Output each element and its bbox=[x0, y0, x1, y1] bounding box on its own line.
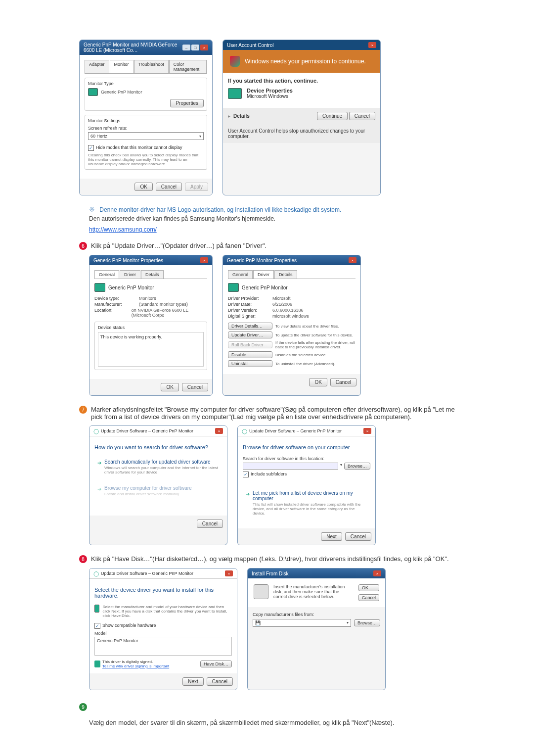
browse-button[interactable]: Browse… bbox=[354, 619, 380, 626]
rollback-button[interactable]: Roll Back Driver bbox=[228, 341, 272, 348]
cancel-button[interactable]: Cancel bbox=[197, 520, 223, 528]
tab-adapter[interactable]: Adapter bbox=[85, 60, 109, 73]
close-icon[interactable]: × bbox=[200, 257, 208, 263]
wizard-heading: Select the device driver you want to ins… bbox=[94, 587, 232, 599]
chevron-down-icon[interactable]: ▸ bbox=[228, 113, 230, 119]
uninstall-button[interactable]: Uninstall bbox=[228, 360, 272, 367]
search-location-input[interactable] bbox=[243, 463, 338, 470]
monitor-settings-label: Monitor Settings bbox=[88, 118, 204, 123]
back-icon[interactable]: ◯ bbox=[93, 428, 99, 434]
browse-computer-option[interactable]: ➔ Browse my computer for driver software… bbox=[94, 482, 222, 499]
devtype-label: Device type: bbox=[94, 296, 139, 301]
cancel-button[interactable]: Cancel bbox=[349, 112, 375, 120]
dialog-title: User Account Control bbox=[227, 43, 274, 48]
model-list[interactable]: Generic PnP Monitor bbox=[94, 637, 232, 656]
close-icon[interactable]: × bbox=[349, 257, 356, 263]
close-icon[interactable]: × bbox=[215, 428, 223, 434]
tell-me-link[interactable]: Tell me why driver signing is important bbox=[102, 664, 169, 668]
copy-from-select[interactable]: 💾 ▾ bbox=[253, 619, 351, 627]
search-automatically-option[interactable]: ➔ Search automatically for updated drive… bbox=[94, 456, 222, 477]
chevron-down-icon: ▾ bbox=[347, 620, 349, 625]
signer-label: Digital Signer: bbox=[228, 314, 272, 319]
refresh-rate-select[interactable]: 60 Hertz ▾ bbox=[88, 132, 204, 140]
note-block: ※ Denne monitor-driver har MS Logo-autor… bbox=[89, 205, 455, 222]
disable-button[interactable]: Disable bbox=[228, 351, 272, 358]
cancel-button[interactable]: Cancel bbox=[182, 383, 208, 391]
hide-modes-checkbox[interactable]: ✓ bbox=[88, 145, 94, 151]
shield-icon bbox=[94, 661, 100, 667]
update-driver-button[interactable]: Update Driver… bbox=[228, 331, 272, 338]
dialog-title: Update Driver Software – Generic PnP Mon… bbox=[101, 571, 193, 576]
browse-button[interactable]: Browse… bbox=[344, 463, 370, 470]
close-icon[interactable]: × bbox=[200, 45, 208, 50]
minimize-icon[interactable]: – bbox=[182, 45, 190, 50]
apply-button[interactable]: Apply bbox=[185, 183, 208, 191]
step-bullet-6: 6 bbox=[79, 242, 87, 250]
tab-general[interactable]: General bbox=[94, 270, 119, 279]
let-me-pick-option[interactable]: ➔ Let me pick from a list of device driv… bbox=[243, 487, 370, 519]
wizard-question: How do you want to search for driver sof… bbox=[94, 444, 222, 450]
update-driver-wizard-2: ◯ Update Driver Software – Generic PnP M… bbox=[237, 425, 376, 545]
date-value: 6/21/2006 bbox=[272, 302, 292, 307]
have-disk-button[interactable]: Have Disk… bbox=[200, 661, 232, 667]
close-icon[interactable]: × bbox=[373, 570, 381, 576]
tab-details[interactable]: Details bbox=[141, 270, 164, 279]
tab-details[interactable]: Details bbox=[274, 270, 297, 279]
monitor-type-label: Monitor Type bbox=[88, 81, 204, 86]
close-icon[interactable]: × bbox=[225, 570, 233, 576]
close-icon[interactable]: × bbox=[363, 428, 371, 434]
device-heading: Generic PnP Monitor bbox=[108, 285, 154, 290]
cancel-button[interactable]: Cancel bbox=[358, 594, 379, 601]
step-6: 6 Klik på "Update Driver…"(Opdater drive… bbox=[79, 242, 455, 250]
ok-button[interactable]: OK bbox=[309, 378, 327, 386]
close-icon[interactable]: × bbox=[368, 42, 376, 48]
driver-props-general-dialog: Generic PnP Monitor Properties × General… bbox=[89, 255, 213, 396]
monitor-type-value: Generic PnP Monitor bbox=[101, 90, 142, 94]
ok-button[interactable]: OK bbox=[358, 584, 379, 591]
update-driver-desc: To update the driver software for this d… bbox=[275, 333, 356, 337]
tab-general[interactable]: General bbox=[228, 270, 253, 279]
uninstall-desc: To uninstall the driver (Advanced). bbox=[275, 362, 356, 366]
install-from-disk-dialog: Install From Disk × Insert the manufactu… bbox=[247, 568, 386, 690]
step-8-text: Klik på "Have Disk…"(Har diskette/cd…), … bbox=[91, 555, 449, 563]
next-button[interactable]: Next bbox=[321, 532, 342, 541]
cancel-button[interactable]: Cancel bbox=[207, 677, 233, 686]
properties-button[interactable]: Properties bbox=[170, 99, 204, 107]
ok-button[interactable]: OK bbox=[134, 183, 152, 191]
tab-troubleshoot[interactable]: Troubleshoot bbox=[134, 60, 169, 73]
show-compatible-checkbox[interactable]: ✓ bbox=[94, 623, 100, 629]
tab-strip: Adapter Monitor Troubleshoot Color Manag… bbox=[85, 60, 207, 74]
titlebar: Generic PnP Monitor Properties × bbox=[223, 255, 360, 265]
titlebar: Generic PnP Monitor Properties × bbox=[89, 255, 212, 265]
date-label: Driver Date: bbox=[228, 302, 272, 307]
back-icon[interactable]: ◯ bbox=[242, 428, 247, 434]
tab-color-management[interactable]: Color Management bbox=[169, 60, 207, 73]
cancel-button[interactable]: Cancel bbox=[330, 378, 356, 386]
arrow-icon: ➔ bbox=[97, 486, 101, 492]
cancel-button[interactable]: Cancel bbox=[156, 183, 182, 191]
shield-icon bbox=[230, 56, 240, 67]
continue-button[interactable]: Continue bbox=[317, 112, 348, 120]
step-9-text: Vælg den model, der svarer til din skærm… bbox=[89, 719, 395, 726]
uac-banner: Windows needs your permission to contion… bbox=[223, 50, 380, 73]
step-8: 8 Klik på "Have Disk…"(Har diskette/cd…)… bbox=[79, 555, 455, 563]
samsung-link[interactable]: http://www.samsung.com/ bbox=[89, 226, 455, 233]
chevron-down-icon[interactable]: ▾ bbox=[340, 463, 342, 470]
cancel-button[interactable]: Cancel bbox=[345, 532, 371, 541]
model-item[interactable]: Generic PnP Monitor bbox=[97, 638, 229, 643]
tab-driver[interactable]: Driver bbox=[253, 270, 274, 279]
note-line2: Den autoriserede driver kan findes på Sa… bbox=[89, 215, 455, 222]
tab-monitor[interactable]: Monitor bbox=[110, 60, 134, 73]
step-bullet-9: 9 bbox=[79, 703, 87, 711]
next-button[interactable]: Next bbox=[182, 677, 204, 686]
driver-details-button[interactable]: Driver Details… bbox=[228, 323, 272, 330]
ok-button[interactable]: OK bbox=[161, 383, 178, 391]
drive-icon: 💾 bbox=[255, 620, 261, 625]
hide-modes-label: Hide modes that this monitor cannot disp… bbox=[96, 145, 182, 150]
include-subfolders-checkbox[interactable]: ✓ bbox=[243, 472, 249, 477]
maximize-icon[interactable]: □ bbox=[191, 45, 199, 50]
tab-driver[interactable]: Driver bbox=[120, 270, 140, 279]
back-icon[interactable]: ◯ bbox=[93, 571, 99, 576]
details-button[interactable]: Details bbox=[233, 113, 250, 119]
disable-desc: Disables the selected device. bbox=[275, 353, 356, 357]
